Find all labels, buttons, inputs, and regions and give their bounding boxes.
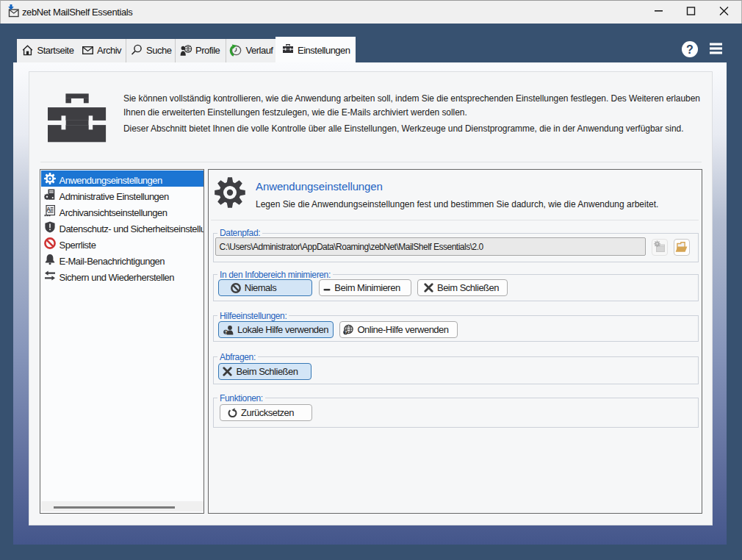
svg-text:?: ? [686,43,694,56]
svg-text:A: A [46,206,51,213]
